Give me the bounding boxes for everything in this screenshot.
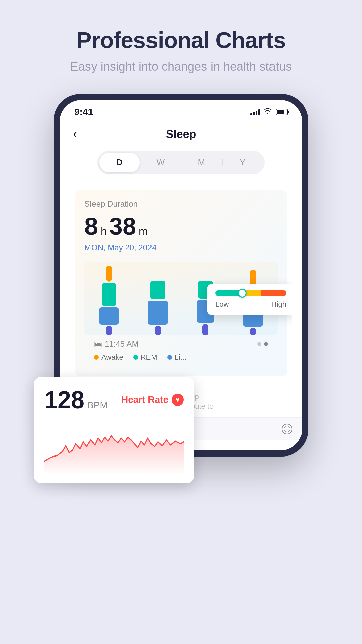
dot-2	[264, 342, 268, 346]
slider-low-label: Low	[215, 300, 229, 309]
tab-month[interactable]: M	[181, 153, 222, 172]
sleep-chart-col-1	[99, 265, 119, 335]
bar-deep-1	[106, 326, 112, 335]
bar-rem-2	[150, 281, 165, 299]
sleep-card: Sleep Duration 8 h 38 m MON, May 20, 202…	[70, 184, 292, 382]
signal-bar-1	[250, 113, 252, 115]
slider-high-label: High	[271, 300, 286, 309]
slider-thumb[interactable]	[238, 289, 247, 298]
slider-popup: Low High	[207, 284, 292, 315]
sleep-duration-display: 8 h 38 m	[84, 213, 278, 240]
page-title: Professional Charts	[70, 27, 292, 53]
bar-awake-1	[106, 266, 112, 282]
legend-light-label: Li...	[175, 353, 186, 362]
status-icons	[250, 108, 288, 116]
bar-rem-1	[102, 283, 116, 306]
battery-fill	[277, 110, 284, 114]
legend-dot-light	[167, 355, 172, 360]
sleep-minutes-unit: m	[139, 225, 148, 237]
sleep-minutes: 38	[109, 213, 136, 240]
bpm-unit: BPM	[87, 400, 108, 411]
bar-deep-4	[250, 328, 256, 335]
legend-dot-rem	[133, 355, 138, 360]
heart-rate-label: Heart Rate	[121, 394, 168, 405]
sleep-legend: Awake REM Li...	[84, 353, 278, 367]
heart-rate-card: 128 BPM Heart Rate ♥	[34, 377, 194, 483]
page-header: Professional Charts Easy insight into ch…	[57, 0, 305, 87]
tab-group: D W M Y	[97, 151, 265, 174]
screen-title: Sleep	[166, 127, 196, 141]
tab-week[interactable]: W	[140, 153, 181, 172]
sleep-date: MON, May 20, 2024	[84, 243, 278, 252]
signal-bar-3	[256, 111, 257, 115]
sleep-chart: Low High	[84, 262, 278, 335]
battery-icon	[276, 109, 288, 115]
legend-rem-label: REM	[141, 353, 157, 362]
legend-awake: Awake	[94, 353, 123, 362]
back-button[interactable]: ‹	[73, 127, 77, 141]
tab-day[interactable]: D	[99, 153, 140, 172]
slider-labels: Low High	[215, 300, 286, 309]
bed-icon: 🛏	[94, 339, 102, 349]
signal-bars-icon	[250, 109, 260, 115]
legend-light: Li...	[167, 353, 186, 362]
overview-info-icon[interactable]: ⓘ	[282, 424, 292, 434]
sleep-chart-col-2	[148, 265, 168, 335]
dot-indicators	[257, 342, 268, 346]
signal-bar-4	[258, 109, 260, 115]
heart-icon: ♥	[172, 394, 184, 406]
bar-deep-2	[155, 326, 161, 335]
bpm-number: 128	[44, 386, 84, 414]
dot-1	[257, 342, 261, 346]
tab-year[interactable]: Y	[223, 153, 263, 172]
bar-light-1	[99, 307, 119, 325]
bar-light-2	[148, 301, 168, 325]
heart-rate-label-group: Heart Rate ♥	[121, 394, 184, 406]
slider-track	[215, 290, 286, 296]
heart-rate-header: 128 BPM Heart Rate ♥	[44, 386, 184, 414]
legend-dot-awake	[94, 355, 99, 360]
phone-mockup: 9:41	[54, 94, 308, 457]
sleep-time-row: 🛏 11:45 AM	[84, 335, 278, 353]
tab-selector: D W M Y	[60, 147, 302, 181]
sleep-time-text: 11:45 AM	[105, 339, 138, 349]
page-subtitle: Easy insight into changes in health stat…	[70, 60, 292, 74]
sleep-duration-label: Sleep Duration	[84, 199, 278, 209]
sleep-card-inner: Sleep Duration 8 h 38 m MON, May 20, 202…	[75, 190, 287, 376]
status-time: 9:41	[74, 107, 93, 117]
legend-awake-label: Awake	[101, 353, 123, 362]
sleep-hours-unit: h	[101, 225, 107, 237]
legend-rem: REM	[133, 353, 157, 362]
signal-bar-2	[253, 112, 255, 115]
wifi-icon	[263, 108, 272, 116]
bar-deep-3	[202, 324, 208, 335]
heart-rate-chart	[44, 419, 184, 473]
status-bar: 9:41	[60, 100, 302, 121]
sleep-hours: 8	[84, 213, 98, 240]
bpm-display: 128 BPM	[44, 386, 108, 414]
bar-awake-4	[250, 270, 256, 286]
nav-header: ‹ Sleep	[60, 121, 302, 147]
